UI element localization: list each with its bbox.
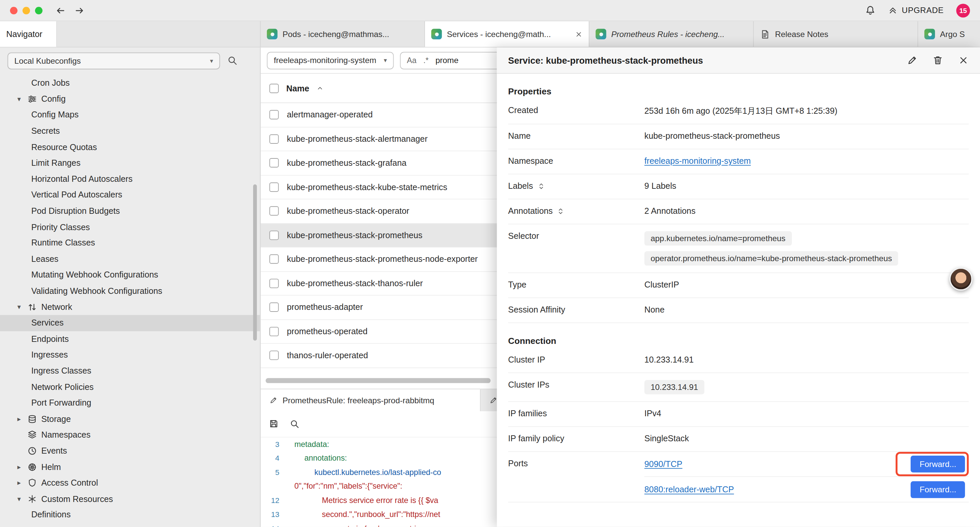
upgrade-button[interactable]: UPGRADE: [888, 6, 943, 15]
back-icon[interactable]: [55, 5, 66, 16]
column-name-header[interactable]: Name: [286, 83, 309, 93]
close-icon[interactable]: [958, 55, 969, 66]
edit-icon[interactable]: [907, 55, 918, 66]
sidebar-item-config-maps[interactable]: Config Maps: [0, 107, 260, 123]
save-icon[interactable]: [269, 419, 279, 428]
close-window-button[interactable]: [10, 7, 18, 14]
chevron-right-icon[interactable]: ▸: [15, 415, 23, 423]
sidebar-item-pod-disruption-budgets[interactable]: Pod Disruption Budgets: [0, 203, 260, 219]
line-number: 3: [261, 437, 286, 451]
tab-label: Release Notes: [775, 29, 911, 39]
sidebar-item-network[interactable]: ▾Network: [0, 299, 260, 315]
line-number: 12: [261, 493, 286, 507]
sidebar-search-icon[interactable]: [228, 56, 237, 66]
minimize-window-button[interactable]: [22, 7, 30, 14]
row-checkbox[interactable]: [269, 182, 279, 192]
detail-value: IPv4: [644, 409, 969, 418]
sidebar-item-leases[interactable]: Leases: [0, 251, 260, 267]
row-checkbox[interactable]: [269, 134, 279, 143]
expander-icon[interactable]: [557, 207, 565, 215]
sidebar-item-definitions[interactable]: Definitions: [0, 507, 260, 523]
sidebar-item-network-policies[interactable]: Network Policies: [0, 379, 260, 395]
notification-badge[interactable]: 15: [956, 3, 970, 17]
detail-link[interactable]: freeleaps-monitoring-system: [644, 156, 751, 166]
sidebar-item-endpoints[interactable]: Endpoints: [0, 331, 260, 347]
detail-label: Created: [508, 106, 538, 115]
sidebar-scrollbar[interactable]: [253, 185, 257, 341]
sidebar-item-resource-quotas[interactable]: Resource Quotas: [0, 139, 260, 155]
document-icon: [760, 29, 770, 39]
sidebar-item-validating-webhook-configurations[interactable]: Validating Webhook Configurations: [0, 283, 260, 299]
row-checkbox[interactable]: [269, 303, 279, 312]
row-checkbox[interactable]: [269, 231, 279, 240]
chevron-right-icon[interactable]: ▸: [15, 463, 23, 471]
row-checkbox[interactable]: [269, 158, 279, 168]
sidebar-item-ingresses[interactable]: Ingresses: [0, 347, 260, 363]
chevron-down-icon[interactable]: ▾: [15, 495, 23, 503]
kubeconfig-source-select[interactable]: Local Kubeconfigs ▾: [7, 52, 220, 69]
editor-search-icon[interactable]: [290, 419, 299, 428]
regex-toggle[interactable]: .*: [423, 56, 429, 65]
detail-label: IP families: [508, 409, 547, 418]
editor-tab[interactable]: PrometheusRule: freeleaps-prod-rabbitmq: [261, 389, 480, 411]
sidebar-item-services[interactable]: Services: [0, 315, 260, 331]
sort-asc-icon[interactable]: [317, 85, 323, 91]
sidebar-item-secrets[interactable]: Secrets: [0, 123, 260, 139]
sidebar-item-config[interactable]: ▾Config: [0, 91, 260, 107]
sidebar-item-custom-resources[interactable]: ▾Custom Resources: [0, 491, 260, 507]
forward-button[interactable]: Forward...: [911, 455, 965, 473]
sidebar-item-label: Vertical Pod Autoscalers: [31, 190, 123, 199]
sidebar-item-cron-jobs[interactable]: Cron Jobs: [0, 75, 260, 91]
sidebar-item-storage[interactable]: ▸Storage: [0, 411, 260, 427]
sidebar-item-namespaces[interactable]: Namespaces: [0, 427, 260, 443]
sidebar-item-runtime-classes[interactable]: Runtime Classes: [0, 235, 260, 251]
port-link[interactable]: 9090/TCP: [644, 459, 682, 469]
chevron-right-icon[interactable]: ▸: [15, 479, 23, 487]
events-icon: [27, 446, 37, 455]
drawer-body: PropertiesCreated253d 16h 6m ago (2025年1…: [497, 74, 980, 527]
tab-prometheus-rules-icecheng[interactable]: Prometheus Rules - icecheng...: [589, 21, 754, 47]
chevron-down-icon[interactable]: ▾: [15, 95, 23, 103]
row-checkbox[interactable]: [269, 326, 279, 336]
sidebar-item-horizontal-pod-autoscalers[interactable]: Horizontal Pod Autoscalers: [0, 171, 260, 187]
service-name: kube-prometheus-stack-operator: [287, 207, 409, 216]
editor-tab-label: PrometheusRule: freeleaps-prod-rabbitmq: [283, 395, 434, 404]
forward-icon[interactable]: [74, 5, 85, 16]
tab-release-notes[interactable]: Release Notes: [754, 21, 918, 47]
sidebar-item-access-control[interactable]: ▸Access Control: [0, 475, 260, 491]
service-name: kube-prometheus-stack-prometheus: [287, 231, 422, 240]
sidebar-item-events[interactable]: Events: [0, 443, 260, 459]
value-chip: operator.prometheus.io/name=kube-prometh…: [644, 251, 898, 266]
sidebar-item-helm[interactable]: ▸Helm: [0, 459, 260, 475]
scrollbar-thumb[interactable]: [266, 378, 491, 383]
line-number: [261, 479, 286, 493]
zoom-window-button[interactable]: [35, 7, 42, 14]
tab-argo-s[interactable]: Argo S: [918, 21, 980, 47]
chevron-down-icon[interactable]: ▾: [15, 303, 23, 311]
sidebar-item-label: Ingress Classes: [31, 366, 91, 376]
expander-icon[interactable]: [538, 182, 545, 189]
match-case-toggle[interactable]: Aa: [407, 56, 417, 65]
detail-label: Cluster IP: [508, 355, 545, 364]
sidebar-item-mutating-webhook-configurations[interactable]: Mutating Webhook Configurations: [0, 267, 260, 283]
forward-button[interactable]: Forward...: [911, 481, 965, 498]
close-tab-icon[interactable]: [575, 30, 582, 38]
delete-icon[interactable]: [932, 55, 943, 66]
tab-services-icecheng-math[interactable]: Services - icecheng@math...: [425, 21, 589, 47]
select-all-checkbox[interactable]: [269, 83, 279, 93]
row-checkbox[interactable]: [269, 255, 279, 264]
sidebar-item-ingress-classes[interactable]: Ingress Classes: [0, 363, 260, 379]
drawer-title: Service: kube-prometheus-stack-prometheu…: [508, 56, 892, 65]
tab-pods-icecheng-mathmas[interactable]: Pods - icecheng@mathmas...: [261, 21, 425, 47]
sidebar-item-limit-ranges[interactable]: Limit Ranges: [0, 155, 260, 171]
sidebar-item-vertical-pod-autoscalers[interactable]: Vertical Pod Autoscalers: [0, 187, 260, 203]
port-link[interactable]: 8080:reloader-web/TCP: [644, 485, 734, 494]
sidebar-item-port-forwarding[interactable]: Port Forwarding: [0, 395, 260, 411]
namespace-filter-select[interactable]: freeleaps-monitoring-system ▾: [267, 52, 394, 69]
row-checkbox[interactable]: [269, 351, 279, 360]
row-checkbox[interactable]: [269, 110, 279, 119]
row-checkbox[interactable]: [269, 207, 279, 216]
notifications-bell-icon[interactable]: [865, 5, 876, 16]
row-checkbox[interactable]: [269, 279, 279, 288]
sidebar-item-priority-classes[interactable]: Priority Classes: [0, 219, 260, 235]
